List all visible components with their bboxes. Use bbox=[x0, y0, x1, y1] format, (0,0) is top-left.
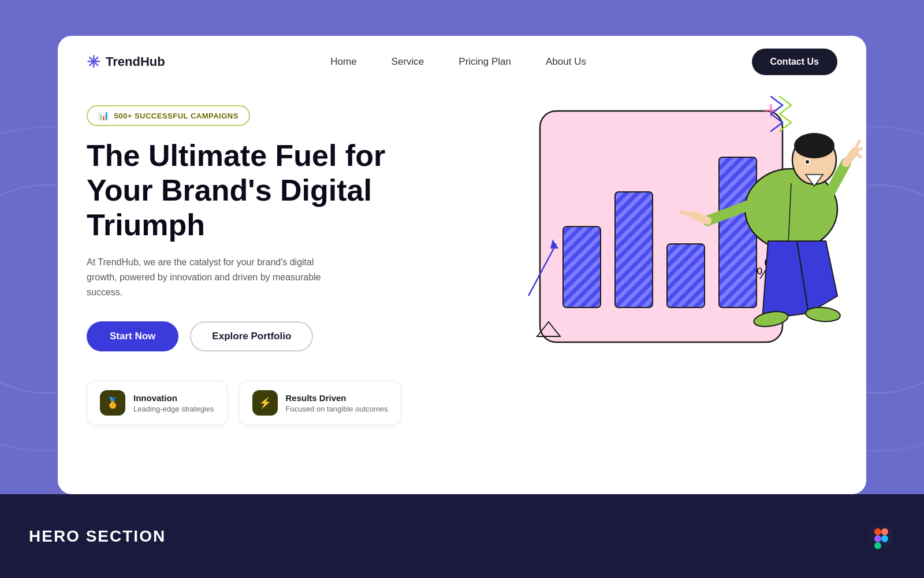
nav-item-pricing[interactable]: Pricing Plan bbox=[459, 56, 511, 68]
feature-card-innovation: 🏅 Innovation Leading-edge strategies bbox=[87, 380, 228, 425]
nav-item-service[interactable]: Service bbox=[392, 56, 424, 68]
results-icon: ⚡ bbox=[259, 397, 271, 409]
results-title: Results Driven bbox=[286, 393, 388, 403]
svg-point-40 bbox=[874, 535, 881, 542]
svg-rect-5 bbox=[563, 227, 601, 307]
svg-line-28 bbox=[846, 151, 855, 163]
character-illustration bbox=[676, 94, 866, 371]
svg-point-42 bbox=[874, 542, 881, 549]
results-icon-wrap: ⚡ bbox=[252, 390, 278, 416]
logo: ✳ TrendHub bbox=[87, 53, 165, 72]
svg-line-25 bbox=[693, 215, 707, 221]
svg-point-35 bbox=[752, 309, 789, 329]
start-now-button[interactable]: Start Now bbox=[87, 321, 178, 351]
svg-line-26 bbox=[681, 212, 693, 215]
hero-right: % o bbox=[500, 94, 837, 494]
innovation-icon-wrap: 🏅 bbox=[100, 390, 125, 416]
results-info: Results Driven Focused on tangible outco… bbox=[286, 393, 388, 413]
navbar: ✳ TrendHub Home Service Pricing Plan Abo… bbox=[58, 36, 866, 88]
logo-text: TrendHub bbox=[106, 54, 165, 69]
innovation-title: Innovation bbox=[133, 393, 214, 403]
badge-text: 500+ SUCCESSFUL CAMPAIGNS bbox=[114, 112, 239, 120]
svg-point-22 bbox=[806, 160, 809, 164]
main-card: ✳ TrendHub Home Service Pricing Plan Abo… bbox=[58, 36, 866, 494]
results-desc: Focused on tangible outcomes bbox=[286, 405, 388, 413]
logo-icon: ✳ bbox=[87, 53, 100, 72]
hero-description: At TrendHub, we are the catalyst for you… bbox=[87, 255, 335, 299]
bottom-bar: HERO SECTION bbox=[0, 494, 924, 578]
svg-point-37 bbox=[869, 524, 894, 549]
nav-links: Home Service Pricing Plan About Us bbox=[330, 56, 586, 68]
svg-point-41 bbox=[881, 535, 888, 542]
svg-point-38 bbox=[874, 528, 881, 535]
svg-point-20 bbox=[794, 133, 834, 158]
badge-icon: 📊 bbox=[98, 110, 110, 121]
innovation-info: Innovation Leading-edge strategies bbox=[133, 393, 214, 413]
cta-buttons: Start Now Explore Portfolio bbox=[87, 321, 500, 351]
bottom-bar-label: HERO SECTION bbox=[29, 527, 166, 546]
nav-item-home[interactable]: Home bbox=[330, 56, 356, 68]
feature-cards: 🏅 Innovation Leading-edge strategies ⚡ R… bbox=[87, 380, 500, 425]
explore-portfolio-button[interactable]: Explore Portfolio bbox=[190, 321, 313, 351]
svg-point-39 bbox=[881, 528, 888, 535]
hero-section: 📊 500+ SUCCESSFUL CAMPAIGNS The Ultimate… bbox=[58, 88, 866, 494]
hero-left: 📊 500+ SUCCESSFUL CAMPAIGNS The Ultimate… bbox=[87, 94, 500, 494]
figma-icon bbox=[867, 523, 895, 550]
feature-card-results: ⚡ Results Driven Focused on tangible out… bbox=[239, 380, 401, 425]
innovation-icon: 🏅 bbox=[106, 397, 119, 409]
hero-headline: The Ultimate Fuel for Your Brand's Digit… bbox=[87, 139, 500, 242]
svg-rect-6 bbox=[615, 192, 653, 307]
innovation-desc: Leading-edge strategies bbox=[133, 405, 214, 413]
badge: 📊 500+ SUCCESSFUL CAMPAIGNS bbox=[87, 105, 250, 126]
contact-button[interactable]: Contact Us bbox=[752, 49, 837, 75]
nav-item-about[interactable]: About Us bbox=[546, 56, 586, 68]
svg-point-36 bbox=[805, 306, 841, 323]
